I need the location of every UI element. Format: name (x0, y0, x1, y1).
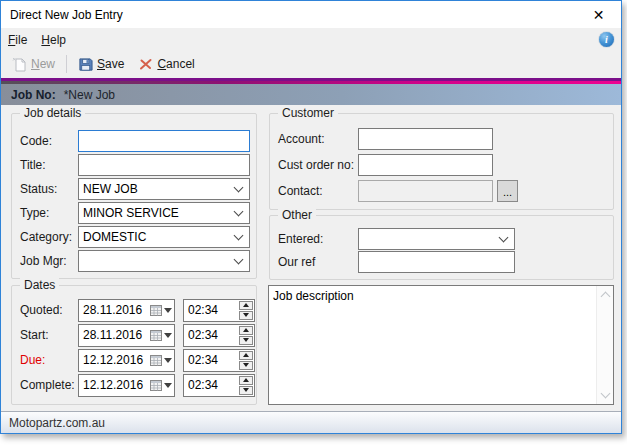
new-button[interactable]: New (5, 53, 62, 76)
toolbar-separator (66, 55, 67, 73)
complete-date-picker[interactable]: 12.12.2016 (78, 374, 175, 397)
job-description-text[interactable]: Job description (269, 286, 596, 404)
job-number-header: Job No: *New Job (1, 84, 621, 105)
quoted-date-picker[interactable]: 28.11.2016 (78, 299, 175, 322)
job-mgr-combobox[interactable] (78, 250, 250, 272)
time-spinner (238, 325, 254, 346)
title-row: Title: (20, 154, 250, 176)
complete-label: Complete: (20, 378, 78, 392)
type-label: Type: (20, 206, 78, 220)
info-icon[interactable]: i (599, 32, 614, 47)
due-date-picker[interactable]: 12.12.2016 (78, 349, 175, 372)
spin-down-button[interactable] (239, 386, 253, 395)
start-label: Start: (20, 328, 78, 342)
job-mgr-label: Job Mgr: (20, 254, 78, 268)
contact-label: Contact: (278, 184, 358, 198)
title-label: Title: (20, 158, 78, 172)
our-ref-input[interactable] (358, 251, 515, 273)
account-label: Account: (278, 132, 358, 146)
start-row: Start: 28.11.2016 02:34 (20, 324, 250, 346)
scroll-up-icon[interactable] (600, 292, 610, 302)
time-spinner (238, 350, 254, 371)
status-combobox[interactable]: NEW JOB (78, 178, 250, 200)
close-icon: ✕ (593, 7, 605, 23)
cancel-x-icon (138, 57, 153, 72)
menu-bar: File Help i (1, 28, 621, 50)
type-row: Type: MINOR SERVICE (20, 202, 250, 224)
start-date-picker[interactable]: 28.11.2016 (78, 324, 175, 347)
cancel-button[interactable]: Cancel (131, 53, 201, 76)
contact-row: Contact: ... (278, 180, 518, 202)
cancel-button-label: Cancel (157, 57, 194, 71)
code-label: Code: (20, 134, 78, 148)
spin-up-button[interactable] (239, 301, 253, 310)
vertical-scrollbar[interactable] (596, 286, 613, 404)
spin-up-button[interactable] (239, 376, 253, 385)
category-combobox[interactable]: DOMESTIC (78, 226, 250, 248)
category-row: Category: DOMESTIC (20, 226, 250, 248)
start-time-field[interactable]: 02:34 (183, 324, 255, 347)
job-description-box[interactable]: Job description (268, 285, 614, 405)
title-bar: Direct New Job Entry ✕ (1, 1, 621, 28)
status-row: Status: NEW JOB (20, 178, 250, 200)
dropdown-arrow-icon (164, 333, 172, 338)
time-spinner (238, 300, 254, 321)
account-input[interactable] (358, 128, 493, 150)
close-button[interactable]: ✕ (576, 1, 621, 28)
quoted-time-field[interactable]: 02:34 (183, 299, 255, 322)
spin-down-button[interactable] (239, 336, 253, 345)
scroll-down-icon[interactable] (600, 389, 610, 399)
contact-browse-button[interactable]: ... (497, 180, 518, 202)
calendar-icon (150, 330, 162, 341)
chevron-down-icon (234, 231, 244, 241)
job-no-label: Job No: (11, 88, 56, 102)
due-time-field[interactable]: 02:34 (183, 349, 255, 372)
title-input[interactable] (78, 154, 250, 176)
dropdown-arrow-icon (164, 358, 172, 363)
complete-time-field[interactable]: 02:34 (183, 374, 255, 397)
window-title: Direct New Job Entry (1, 8, 576, 22)
spin-down-button[interactable] (239, 361, 253, 370)
account-row: Account: (278, 128, 493, 150)
job-no-value: *New Job (64, 88, 115, 102)
calendar-icon (150, 305, 162, 316)
type-combobox[interactable]: MINOR SERVICE (78, 202, 250, 224)
new-page-icon (12, 57, 27, 72)
status-bar-text: Motopartz.com.au (9, 416, 105, 430)
status-bar: Motopartz.com.au (1, 411, 621, 433)
menu-file[interactable]: File (1, 31, 34, 49)
category-label: Category: (20, 230, 78, 244)
quoted-row: Quoted: 28.11.2016 02:34 (20, 299, 250, 321)
cust-order-no-input[interactable] (358, 154, 493, 176)
quoted-label: Quoted: (20, 303, 78, 317)
other-group: Other Entered: Our ref (269, 215, 614, 280)
customer-group: Customer Account: Cust order no: Contact… (269, 113, 614, 210)
code-input[interactable] (78, 130, 250, 152)
entered-combobox[interactable] (358, 228, 515, 250)
status-label: Status: (20, 182, 78, 196)
spin-down-button[interactable] (239, 311, 253, 320)
cust-order-row: Cust order no: (278, 154, 493, 176)
calendar-icon (150, 380, 162, 391)
direct-new-job-entry-window: Direct New Job Entry ✕ File Help i (0, 0, 622, 434)
code-row: Code: (20, 130, 250, 152)
new-button-label: New (31, 57, 55, 71)
spin-up-button[interactable] (239, 326, 253, 335)
due-row: Due: 12.12.2016 02:34 (20, 349, 250, 371)
chevron-down-icon (234, 207, 244, 217)
entered-label: Entered: (278, 232, 358, 246)
save-button-label: Save (97, 57, 124, 71)
our-ref-row: Our ref (278, 251, 515, 273)
toolbar: New Save (1, 50, 621, 78)
dropdown-arrow-icon (164, 383, 172, 388)
chevron-down-icon (234, 183, 244, 193)
spin-up-button[interactable] (239, 351, 253, 360)
time-spinner (238, 375, 254, 396)
our-ref-label: Our ref (278, 255, 358, 269)
menu-help[interactable]: Help (34, 31, 73, 49)
dropdown-arrow-icon (164, 308, 172, 313)
entered-row: Entered: (278, 228, 515, 250)
job-mgr-row: Job Mgr: (20, 250, 250, 272)
chevron-down-icon (234, 255, 244, 265)
save-button[interactable]: Save (71, 53, 131, 76)
